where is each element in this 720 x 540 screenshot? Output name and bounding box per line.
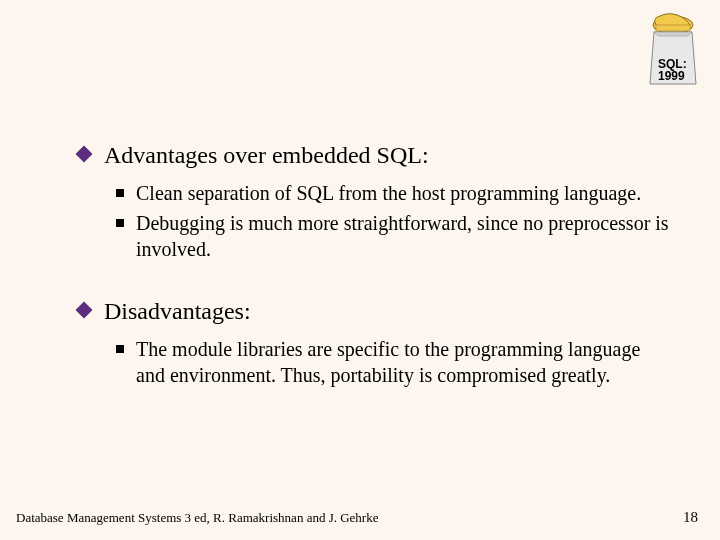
advantages-item-0: Clean separation of SQL from the host pr… xyxy=(136,180,641,206)
square-bullet-icon xyxy=(116,219,124,227)
advantages-heading-row: Advantages over embedded SQL: xyxy=(78,140,670,170)
footer-citation: Database Management Systems 3 ed, R. Ram… xyxy=(16,510,378,526)
slide-content: Advantages over embedded SQL: Clean sepa… xyxy=(78,140,670,416)
disadvantages-item-0: The module libraries are specific to the… xyxy=(136,336,670,388)
list-item: Debugging is much more straightforward, … xyxy=(116,210,670,262)
svg-rect-1 xyxy=(656,25,690,31)
disadvantages-heading-row: Disadvantages: xyxy=(78,296,670,326)
disadvantages-heading: Disadvantages: xyxy=(104,296,251,326)
list-item: The module libraries are specific to the… xyxy=(116,336,670,388)
sql-1999-logo: SQL: 1999 xyxy=(644,12,702,90)
advantages-heading: Advantages over embedded SQL: xyxy=(104,140,429,170)
list-item: Clean separation of SQL from the host pr… xyxy=(116,180,670,206)
square-bullet-icon xyxy=(116,345,124,353)
diamond-bullet-icon xyxy=(76,146,93,163)
advantages-list: Clean separation of SQL from the host pr… xyxy=(116,180,670,262)
disadvantages-list: The module libraries are specific to the… xyxy=(116,336,670,388)
page-number: 18 xyxy=(683,509,698,526)
square-bullet-icon xyxy=(116,189,124,197)
diamond-bullet-icon xyxy=(76,302,93,319)
logo-caption-line2: 1999 xyxy=(658,69,685,83)
advantages-item-1: Debugging is much more straightforward, … xyxy=(136,210,670,262)
